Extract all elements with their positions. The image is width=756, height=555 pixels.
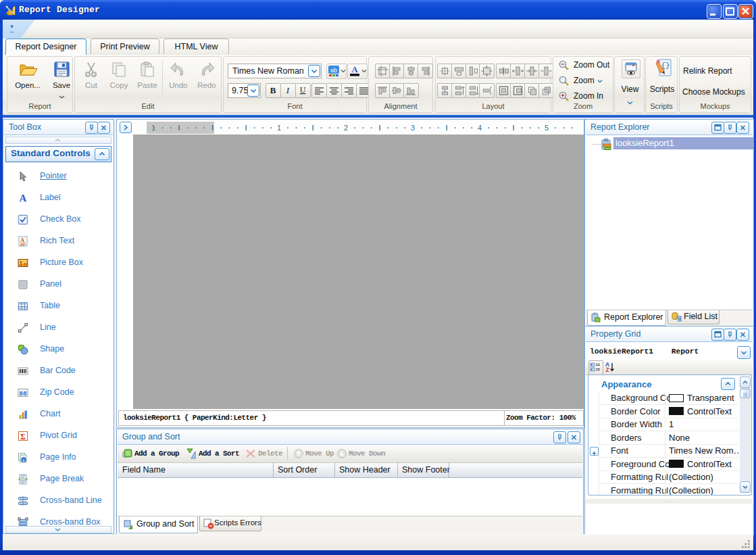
svg-text:I: I <box>286 85 290 95</box>
svg-text:1: 1 <box>277 124 281 132</box>
svg-text:A: A <box>20 193 27 203</box>
svg-text:5: 5 <box>545 124 549 132</box>
svg-text:i: i <box>23 458 24 463</box>
svg-text:Σ: Σ <box>20 432 26 441</box>
svg-text:88: 88 <box>19 390 27 397</box>
svg-text:3: 3 <box>411 124 415 132</box>
svg-text:B: B <box>270 85 276 95</box>
svg-text:ab: ab <box>330 67 337 74</box>
svg-text:2: 2 <box>344 124 348 132</box>
svg-text:A: A <box>20 237 25 243</box>
svg-text:A: A <box>351 64 358 74</box>
svg-text:1: 1 <box>151 124 155 132</box>
svg-text:Z: Z <box>605 366 609 373</box>
svg-text:4: 4 <box>478 124 482 132</box>
svg-text:U: U <box>300 85 306 95</box>
